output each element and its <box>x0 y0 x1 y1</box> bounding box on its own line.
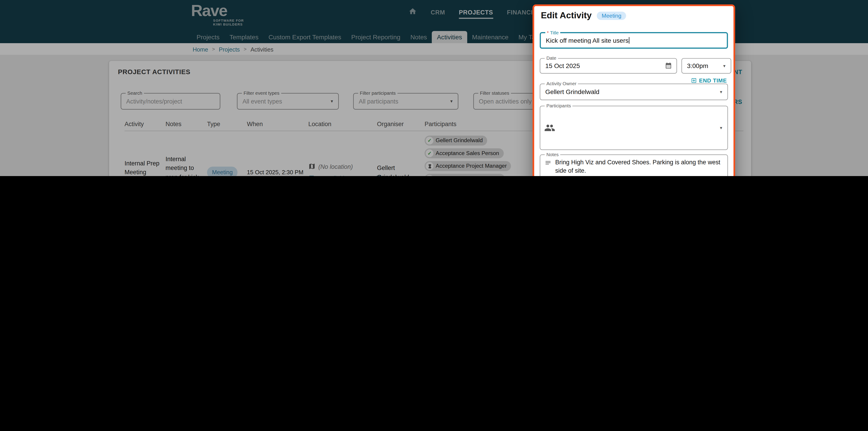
notes-label: Notes <box>545 152 560 157</box>
calendar-icon[interactable] <box>665 62 672 70</box>
activity-owner-select[interactable]: Activity Owner Gellert Grindelwald ▼ <box>540 84 728 100</box>
plus-box-icon <box>691 78 697 84</box>
people-group-icon <box>544 122 555 133</box>
add-end-time-button[interactable]: END TIME <box>691 78 727 84</box>
modal-backdrop[interactable] <box>0 0 868 176</box>
participants-field[interactable]: Participants ✓Gellert GrindelwaldMark Ph… <box>540 106 728 150</box>
notes-field[interactable]: Notes Bring High Viz and Covered Shoes. … <box>540 154 728 176</box>
title-label: * Title <box>545 30 560 35</box>
chevron-down-icon: ▼ <box>719 126 723 130</box>
title-value: Kick off meeting All site users <box>546 37 630 43</box>
notes-icon <box>545 159 551 166</box>
chevron-down-icon: ▼ <box>719 90 723 94</box>
app-root: Rave SOFTWARE FOR KIWI BUILDERS CRM PROJ… <box>0 0 868 176</box>
activity-owner-value: Gellert Grindelwald <box>545 89 599 95</box>
dialog-title: Edit Activity <box>541 11 592 21</box>
notes-value: Bring High Viz and Covered Shoes. Parkin… <box>555 158 723 175</box>
activity-owner-label: Activity Owner <box>545 81 578 86</box>
date-field[interactable]: Date 15 Oct 2025 <box>540 58 677 74</box>
start-time-select[interactable]: 3:00pm ▼ <box>682 58 731 74</box>
meeting-badge: Meeting <box>597 11 626 20</box>
edit-activity-dialog: Edit Activity Meeting * Title Kick off m… <box>532 4 735 176</box>
chevron-down-icon: ▼ <box>722 64 726 68</box>
text-cursor <box>629 37 629 43</box>
start-time-value: 3:00pm <box>687 63 708 69</box>
date-label: Date <box>545 55 558 61</box>
title-field[interactable]: * Title Kick off meeting All site users <box>540 32 728 49</box>
date-value: 15 Oct 2025 <box>545 63 580 69</box>
participants-label: Participants <box>545 103 572 109</box>
end-time-label: END TIME <box>699 78 727 84</box>
